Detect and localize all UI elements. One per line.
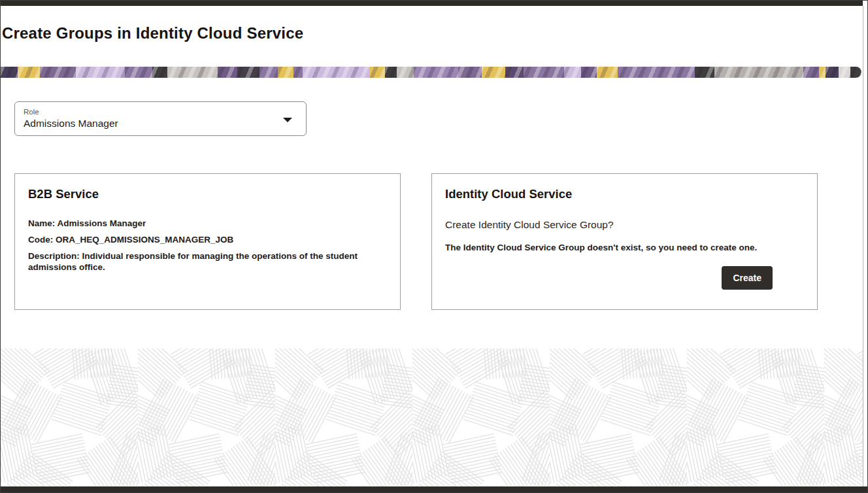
page-title: Create Groups in Identity Cloud Service [2, 23, 303, 44]
window-bottom-bar [1, 486, 867, 492]
role-select-label: Role [24, 107, 297, 116]
idcs-card-title: Identity Cloud Service [445, 186, 803, 201]
button-row: Create [445, 266, 803, 290]
create-group-question: Create Identity Cloud Service Group? [445, 218, 803, 231]
b2b-service-card: B2B Service Name: Admissions Manager Cod… [14, 173, 401, 310]
chevron-down-icon[interactable] [283, 118, 292, 122]
window-top-bar [1, 1, 863, 6]
group-missing-message: The Identity Cloud Service Group doesn't… [445, 242, 803, 253]
hatch-texture-svg [1, 348, 863, 488]
app-window: Create Groups in Identity Cloud Service … [0, 0, 868, 493]
role-code-text: Code: ORA_HEQ_ADMISSIONS_MANAGER_JOB [28, 234, 386, 245]
cards-row: B2B Service Name: Admissions Manager Cod… [14, 173, 818, 310]
identity-cloud-service-card: Identity Cloud Service Create Identity C… [431, 173, 818, 310]
role-description-text: Description: Individual responsible for … [28, 250, 386, 273]
right-edge-divider [863, 6, 863, 486]
background-texture [1, 348, 863, 488]
create-button[interactable]: Create [722, 266, 773, 290]
b2b-card-title: B2B Service [28, 186, 386, 201]
role-select[interactable]: Role Admissions Manager [14, 101, 307, 136]
role-name-text: Name: Admissions Manager [28, 218, 386, 229]
decorative-banner [1, 67, 861, 78]
role-select-value: Admissions Manager [24, 117, 297, 130]
